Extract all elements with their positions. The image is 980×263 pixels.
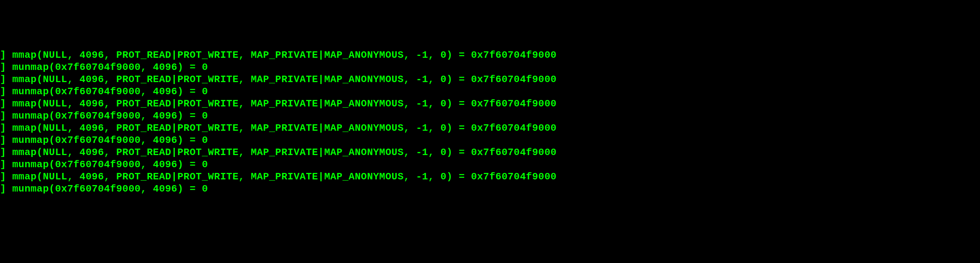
strace-line: ] mmap(NULL, 4096, PROT_READ|PROT_WRITE,… (0, 123, 980, 134)
strace-line: ] munmap(0x7f60704f9000, 4096) = 0 (0, 110, 980, 123)
strace-line: ] munmap(0x7f60704f9000, 4096) = 0 (0, 62, 980, 74)
strace-line: ] mmap(NULL, 4096, PROT_READ|PROT_WRITE,… (0, 74, 980, 86)
strace-line: ] munmap(0x7f60704f9000, 4096) = 0 (0, 86, 980, 98)
strace-line: ] mmap(NULL, 4096, PROT_READ|PROT_WRITE,… (0, 171, 980, 183)
strace-line: ] munmap(0x7f60704f9000, 4096) = 0 (0, 183, 980, 195)
strace-line: ] munmap(0x7f60704f9000, 4096) = 0 (0, 134, 980, 147)
strace-line: ] munmap(0x7f60704f9000, 4096) = 0 (0, 159, 980, 171)
strace-line: ] mmap(NULL, 4096, PROT_READ|PROT_WRITE,… (0, 49, 980, 62)
strace-line: ] mmap(NULL, 4096, PROT_READ|PROT_WRITE,… (0, 147, 980, 159)
strace-line: ] mmap(NULL, 4096, PROT_READ|PROT_WRITE,… (0, 98, 980, 110)
terminal-output: ] mmap(NULL, 4096, PROT_READ|PROT_WRITE,… (0, 49, 980, 195)
